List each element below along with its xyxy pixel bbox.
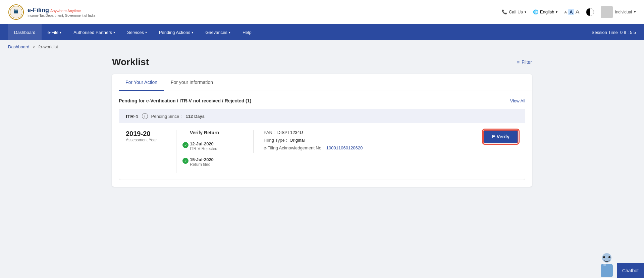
avatar xyxy=(601,6,613,18)
timeline-date-2: 15-Jul-2020 xyxy=(190,157,250,162)
timeline-date-1: 12-Jul-2020 xyxy=(190,141,250,146)
timeline-item-1: ✓ 12-Jul-2020 ITR-V Rejected xyxy=(190,141,250,151)
nav-item-authorised-partners[interactable]: Authorised Partners ▾ xyxy=(67,24,121,40)
header-right: 📞 Call Us ▾ 🌐 English ▾ A A A Individual… xyxy=(502,6,636,18)
chevron-down-icon: ▾ xyxy=(145,31,147,34)
timeline-col: Verify Return ✓ 12-Jul-2020 IT xyxy=(176,130,250,173)
filing-type-label: Filing Type : xyxy=(264,138,287,143)
tabs: For Your Action For your Information xyxy=(112,74,532,91)
font-medium-button[interactable]: A xyxy=(568,9,574,15)
main-content: Worklist ≡ Filter For Your Action For yo… xyxy=(104,53,540,197)
pan-info-col: PAN : DISPT1234U Filing Type : Original … xyxy=(253,130,363,153)
svg-text:🏛: 🏛 xyxy=(13,9,19,14)
logo-text-block: e-FilingAnywhere Anytime Income Tax Depa… xyxy=(28,7,95,17)
nav-item-services[interactable]: Services ▾ xyxy=(121,24,153,40)
breadcrumb: Dashboard > fo-worklist xyxy=(0,40,644,53)
breadcrumb-home[interactable]: Dashboard xyxy=(8,44,30,49)
session-time: Session Time 0 9 : 5 5 xyxy=(592,30,636,35)
pan-label: PAN : xyxy=(264,130,275,135)
pan-value: DISPT1234U xyxy=(277,130,303,135)
pan-row: PAN : DISPT1234U xyxy=(264,130,363,135)
user-info: Individual ▾ xyxy=(601,6,636,18)
chevron-down-icon[interactable]: ▾ xyxy=(634,10,636,14)
font-controls: A A A xyxy=(564,9,579,15)
font-small-button[interactable]: A xyxy=(564,10,567,14)
pending-since-label: Pending Since : xyxy=(151,114,182,119)
itr-label: ITR-1 xyxy=(126,113,139,119)
tab-for-your-action[interactable]: For Your Action xyxy=(119,74,164,91)
nav-item-help[interactable]: Help xyxy=(236,24,258,40)
nav-item-grievances[interactable]: Grievances ▾ xyxy=(199,24,236,40)
timeline-desc-2: Return filed xyxy=(190,162,250,167)
breadcrumb-current: fo-worklist xyxy=(38,44,58,49)
nav-item-efile[interactable]: e-File ▾ xyxy=(42,24,68,40)
page-header: Worklist ≡ Filter xyxy=(112,57,532,67)
pending-since-value: 112 Days xyxy=(186,114,205,119)
year-value: 2019-20 xyxy=(126,130,173,138)
nav-item-pending-actions[interactable]: Pending Actions ▾ xyxy=(153,24,199,40)
year-label: Assessment Year xyxy=(126,138,173,142)
navbar: Dashboard e-File ▾ Authorised Partners ▾… xyxy=(0,24,644,40)
chevron-down-icon: ▾ xyxy=(192,31,193,34)
language-button[interactable]: 🌐 English ▾ xyxy=(533,9,558,14)
breadcrumb-separator: > xyxy=(33,44,35,49)
timeline-title: Verify Return xyxy=(183,130,250,135)
section-content: Pending for e-Verification / ITR-V not r… xyxy=(112,91,532,187)
nav-items: Dashboard e-File ▾ Authorised Partners ▾… xyxy=(8,24,592,40)
info-icon[interactable]: i xyxy=(142,113,148,119)
chevron-down-icon: ▾ xyxy=(60,31,61,34)
logo-efiling: e-FilingAnywhere Anytime xyxy=(28,7,95,14)
font-large-button[interactable]: A xyxy=(576,9,579,15)
emblem-icon: 🏛 xyxy=(8,4,24,20)
user-type: Individual xyxy=(615,10,632,14)
chevron-down-icon: ▾ xyxy=(556,10,557,14)
timeline-item-2: ✓ 15-Jul-2020 Return filed xyxy=(190,157,250,167)
filter-button[interactable]: ≡ Filter xyxy=(517,59,532,65)
tab-for-your-information[interactable]: For your Information xyxy=(164,74,220,91)
worklist-card: For Your Action For your Information Pen… xyxy=(112,74,532,187)
itr-card-header: ITR-1 i Pending Since : 112 Days xyxy=(119,109,525,123)
timeline-check-icon-2: ✓ xyxy=(182,158,189,164)
itr-card: ITR-1 i Pending Since : 112 Days 2019-20… xyxy=(119,109,525,180)
logo-area: 🏛 e-FilingAnywhere Anytime Income Tax De… xyxy=(8,4,95,20)
globe-icon: 🌐 xyxy=(533,9,538,14)
ack-value-link[interactable]: 100011060120620 xyxy=(326,145,363,150)
action-col: E-Verify xyxy=(473,130,518,143)
phone-icon: 📞 xyxy=(502,9,507,14)
timeline-check-icon-1: ✓ xyxy=(182,142,189,148)
ack-row: e-Filing Acknowledgement No : 1000110601… xyxy=(264,145,363,150)
nav-item-dashboard[interactable]: Dashboard xyxy=(8,24,42,40)
view-all-link[interactable]: View All xyxy=(510,98,525,103)
top-header: 🏛 e-FilingAnywhere Anytime Income Tax De… xyxy=(0,0,644,24)
filing-type-row: Filing Type : Original xyxy=(264,138,363,143)
itr-card-body: 2019-20 Assessment Year Verify Return xyxy=(119,123,525,180)
assessment-year-col: 2019-20 Assessment Year xyxy=(126,130,173,142)
call-us-button[interactable]: 📞 Call Us ▾ xyxy=(502,9,526,14)
chevron-down-icon: ▾ xyxy=(525,10,526,14)
timeline-items: ✓ 12-Jul-2020 ITR-V Rejected ✓ 15-Jul-20… xyxy=(183,141,250,167)
ack-label: e-Filing Acknowledgement No : xyxy=(264,145,324,150)
chevron-down-icon: ▾ xyxy=(229,31,230,34)
e-verify-button[interactable]: E-Verify xyxy=(483,130,518,143)
timeline-desc-1: ITR-V Rejected xyxy=(190,146,250,151)
chevron-down-icon: ▾ xyxy=(113,31,115,34)
filing-type-value: Original xyxy=(289,138,305,143)
logo-subtitle: Income Tax Department, Government of Ind… xyxy=(28,14,95,17)
section-header: Pending for e-Verification / ITR-V not r… xyxy=(119,98,525,103)
contrast-toggle[interactable] xyxy=(586,8,594,16)
section-title: Pending for e-Verification / ITR-V not r… xyxy=(119,98,251,103)
page-title: Worklist xyxy=(112,57,149,67)
filter-icon: ≡ xyxy=(517,59,520,65)
